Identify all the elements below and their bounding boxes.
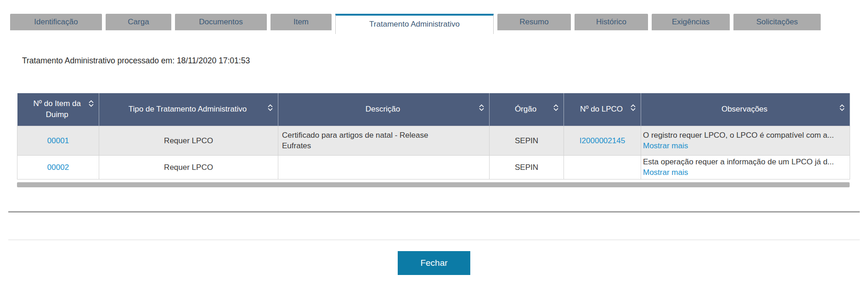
lpco-link[interactable]: I2000002145	[580, 136, 625, 145]
column-header-label: Nº do Item da Duimp	[29, 98, 86, 120]
tab-solicitacoes[interactable]: Solicitações	[733, 14, 821, 30]
tab-carga[interactable]: Carga	[106, 14, 171, 30]
column-header-orgao[interactable]: Órgão	[490, 93, 564, 126]
tab-bar: Identificação Carga Documentos Item Trat…	[10, 14, 868, 34]
sort-icon[interactable]	[88, 100, 94, 111]
column-header-label: Observações	[721, 104, 769, 115]
column-header-label: Órgão	[515, 104, 538, 115]
section-divider-light	[8, 240, 860, 240]
cell-tipo-tratamento: Requer LPCO	[99, 126, 278, 155]
column-header-label: Nº do LPCO	[580, 104, 625, 115]
table-row: 00002 Requer LPCO SEPIN Esta operação re…	[17, 155, 850, 179]
processing-info-label: Tratamento Administrativo processado em:	[22, 56, 175, 65]
column-header-lpco[interactable]: Nº do LPCO	[564, 93, 641, 126]
cell-observacoes: Esta operação requer a informação de um …	[641, 155, 850, 179]
cell-item-numero: 00002	[17, 155, 99, 179]
tratamento-administrativo-table: Nº do Item da Duimp Tipo de Tratamento A…	[17, 93, 850, 179]
footer: Fechar	[0, 251, 868, 275]
cell-tipo-tratamento: Requer LPCO	[99, 155, 278, 179]
section-divider	[8, 211, 860, 213]
horizontal-scrollbar[interactable]	[17, 182, 850, 187]
processing-timestamp: 18/11/2020 17:01:53	[177, 56, 250, 65]
item-duimp-link[interactable]: 00002	[47, 163, 69, 172]
cell-descricao: Certificado para artigos de natal - Rele…	[278, 126, 490, 155]
descricao-text: Certificado para artigos de natal - Rele…	[282, 130, 454, 151]
cell-lpco: I2000002145	[564, 126, 641, 155]
table-row: 00001 Requer LPCO Certificado para artig…	[17, 126, 850, 155]
tab-exigencias[interactable]: Exigências	[652, 14, 730, 30]
mostrar-mais-link[interactable]: Mostrar mais	[643, 168, 688, 177]
observacoes-text: O registro requer LPCO, o LPCO é compatí…	[643, 131, 834, 140]
fechar-button[interactable]: Fechar	[398, 251, 470, 275]
tab-identificacao[interactable]: Identificação	[10, 14, 102, 30]
cell-orgao: SEPIN	[490, 155, 564, 179]
observacoes-text: Esta operação requer a informação de um …	[643, 157, 834, 166]
tab-resumo[interactable]: Resumo	[497, 14, 571, 30]
cell-orgao: SEPIN	[490, 126, 564, 155]
tab-tratamento-administrativo[interactable]: Tratamento Administrativo	[335, 14, 494, 34]
mostrar-mais-link[interactable]: Mostrar mais	[643, 141, 688, 150]
column-header-tipo-tratamento[interactable]: Tipo de Tratamento Administrativo	[99, 93, 278, 126]
column-header-descricao[interactable]: Descrição	[278, 93, 490, 126]
sort-icon[interactable]	[630, 104, 636, 115]
cell-observacoes: O registro requer LPCO, o LPCO é compatí…	[641, 126, 850, 155]
sort-icon[interactable]	[839, 104, 845, 115]
column-header-item-duimp[interactable]: Nº do Item da Duimp	[17, 93, 99, 126]
tab-documentos[interactable]: Documentos	[175, 14, 267, 30]
cell-descricao	[278, 155, 490, 179]
table-header: Nº do Item da Duimp Tipo de Tratamento A…	[17, 93, 850, 126]
cell-item-numero: 00001	[17, 126, 99, 155]
tab-item[interactable]: Item	[271, 14, 332, 30]
column-header-observacoes[interactable]: Observações	[641, 93, 850, 126]
sort-icon[interactable]	[553, 104, 559, 115]
sort-icon[interactable]	[267, 104, 273, 115]
item-duimp-link[interactable]: 00001	[47, 136, 69, 145]
sort-icon[interactable]	[479, 104, 485, 115]
column-header-label: Descrição	[366, 104, 402, 115]
cell-lpco	[564, 155, 641, 179]
column-header-label: Tipo de Tratamento Administrativo	[129, 104, 248, 115]
tab-historico[interactable]: Histórico	[575, 14, 648, 30]
processing-info: Tratamento Administrativo processado em:…	[22, 56, 868, 66]
